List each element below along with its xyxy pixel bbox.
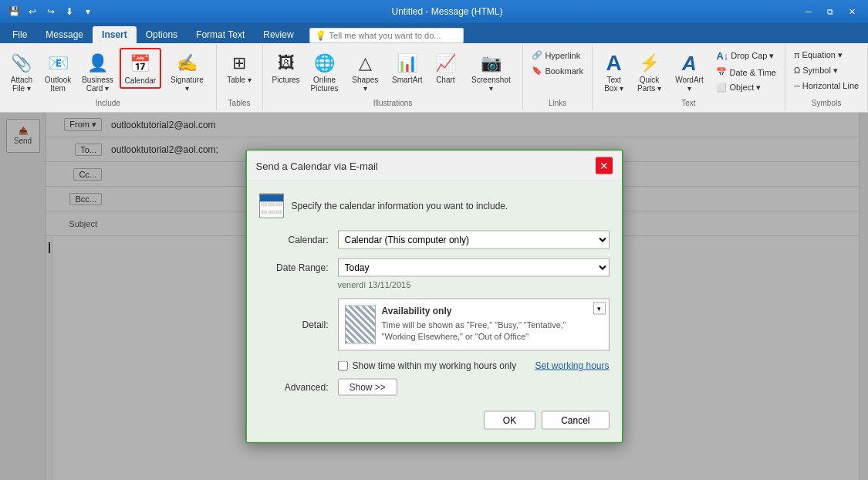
include-items: 📎 AttachFile ▾ 📧 OutlookItem 👤 BusinessC…: [5, 48, 211, 97]
symbols-label: Symbols: [812, 99, 841, 107]
restore-btn[interactable]: ⧉: [820, 4, 840, 19]
send-receive-qa-btn[interactable]: ⬇: [62, 4, 77, 19]
calendar-row: Calendar: Calendar (This computer only): [259, 231, 610, 249]
title-bar-left: 💾 ↩ ↪ ⬇ ▾: [6, 4, 96, 19]
screenshot-btn[interactable]: 📷 Screenshot ▾: [464, 48, 518, 96]
shapes-btn[interactable]: △ Shapes ▾: [345, 48, 387, 96]
dialog-header-text: Specify the calendar information you wan…: [292, 201, 508, 211]
calendar-select[interactable]: Calendar (This computer only): [338, 231, 610, 249]
wordart-btn[interactable]: A WordArt ▾: [667, 48, 711, 96]
tab-format-text[interactable]: Format Text: [187, 26, 254, 43]
hyperlink-label: Hyperlink: [545, 51, 580, 60]
advanced-label: Advanced:: [259, 382, 329, 393]
horizontal-line-label: ─ Horizontal Line: [794, 81, 859, 90]
dialog-footer: OK Cancel: [259, 408, 610, 430]
tell-me-box[interactable]: 💡: [309, 28, 464, 43]
date-time-label: Date & Time: [729, 68, 776, 77]
dialog-close-btn[interactable]: ✕: [596, 157, 613, 174]
dialog-ok-btn[interactable]: OK: [484, 411, 535, 430]
detail-text: Availability only Time will be shown as …: [382, 306, 566, 343]
tab-review[interactable]: Review: [254, 26, 302, 43]
screenshot-label: Screenshot ▾: [468, 76, 513, 93]
online-pictures-label: OnlinePictures: [310, 76, 338, 93]
tab-file[interactable]: File: [3, 26, 36, 43]
window-controls: ─ ⧉ ✕: [799, 4, 862, 19]
text-items: A TextBox ▾ ⚡ QuickParts ▾ A WordArt ▾ A…: [597, 48, 780, 97]
show-advanced-btn[interactable]: Show >>: [338, 379, 397, 396]
detail-box: Availability only Time will be shown as …: [338, 299, 610, 351]
signature-icon: ✍: [174, 51, 199, 76]
smartart-icon: 📊: [395, 51, 420, 76]
attach-file-icon: 📎: [9, 51, 34, 76]
detail-desc: Time will be shown as "Free," "Busy," "T…: [382, 319, 566, 343]
business-card-icon: 👤: [85, 51, 110, 76]
drop-cap-label: Drop Cap ▾: [731, 51, 774, 61]
show-time-label: Show time within my working hours only: [353, 360, 517, 371]
object-label: Object ▾: [729, 83, 761, 93]
text-label: Text: [681, 99, 695, 107]
equation-btn[interactable]: π Equation ▾: [790, 48, 863, 63]
table-label: Table ▾: [227, 76, 252, 84]
redo-qa-btn[interactable]: ↪: [43, 4, 59, 19]
online-pictures-btn[interactable]: 🌐 OnlinePictures: [306, 48, 343, 96]
tab-message[interactable]: Message: [36, 26, 93, 43]
table-btn[interactable]: ⊞ Table ▾: [222, 48, 256, 87]
lightbulb-icon: 💡: [315, 30, 326, 41]
dialog-title: Send a Calendar via E-mail: [256, 160, 378, 171]
smartart-btn[interactable]: 📊 SmartArt: [387, 48, 427, 87]
business-card-btn[interactable]: 👤 BusinessCard ▾: [77, 48, 117, 96]
minimize-btn[interactable]: ─: [799, 4, 819, 19]
drop-cap-icon: A↓: [716, 50, 728, 62]
chart-btn[interactable]: 📈 Chart: [428, 48, 462, 87]
include-label: Include: [96, 99, 120, 107]
advanced-row: Advanced: Show >>: [259, 379, 610, 396]
undo-qa-btn[interactable]: ↩: [25, 4, 40, 19]
qa-dropdown-btn[interactable]: ▾: [80, 4, 96, 19]
pictures-btn[interactable]: 🖼 Pictures: [268, 48, 305, 87]
tell-me-input[interactable]: [329, 31, 458, 40]
tab-insert[interactable]: Insert: [93, 26, 137, 43]
close-btn[interactable]: ✕: [842, 4, 862, 19]
shapes-label: Shapes ▾: [350, 76, 382, 93]
object-btn[interactable]: ⬜ Object ▾: [712, 80, 780, 95]
detail-title: Availability only: [382, 306, 566, 316]
bookmark-btn[interactable]: 🔖 Bookmark: [528, 63, 587, 78]
signature-btn[interactable]: ✍ Signature ▾: [163, 48, 211, 96]
hyperlink-icon: 🔗: [532, 50, 542, 60]
tables-items: ⊞ Table ▾: [222, 48, 256, 97]
set-working-hours-link[interactable]: Set working hours: [535, 360, 609, 371]
ribbon-group-include: 📎 AttachFile ▾ 📧 OutlookItem 👤 BusinessC…: [0, 45, 217, 110]
drop-cap-btn[interactable]: A↓ Drop Cap ▾: [712, 48, 780, 64]
quickparts-btn[interactable]: ⚡ QuickParts ▾: [633, 48, 667, 96]
show-time-row: Show time within my working hours only S…: [338, 360, 610, 371]
textbox-label: TextBox ▾: [604, 76, 623, 93]
table-icon: ⊞: [227, 51, 252, 76]
dialog-calendar-icon: [259, 194, 284, 218]
save-qa-btn[interactable]: 💾: [6, 4, 22, 19]
equation-label: π Equation ▾: [794, 50, 843, 60]
textbox-icon: A: [602, 51, 627, 76]
show-time-checkbox[interactable]: [338, 360, 348, 370]
outlook-item-btn[interactable]: 📧 OutlookItem: [40, 48, 76, 96]
links-items: 🔗 Hyperlink 🔖 Bookmark: [528, 48, 587, 97]
date-range-select[interactable]: Today Tomorrow This Week: [338, 259, 610, 277]
date-range-row: Date Range: Today Tomorrow This Week: [259, 259, 610, 277]
textbox-btn[interactable]: A TextBox ▾: [597, 48, 631, 96]
business-card-label: BusinessCard ▾: [82, 76, 113, 93]
tab-options[interactable]: Options: [137, 26, 187, 43]
dialog-body: Specify the calendar information you wan…: [247, 181, 622, 442]
hyperlink-btn[interactable]: 🔗 Hyperlink: [528, 48, 587, 63]
screenshot-icon: 📷: [478, 51, 503, 76]
detail-row: Detail: Availability only Time will be s…: [259, 299, 610, 351]
attach-file-btn[interactable]: 📎 AttachFile ▾: [5, 48, 39, 96]
detail-dropdown-btn[interactable]: ▾: [593, 303, 606, 315]
ribbon-group-text: A TextBox ▾ ⚡ QuickParts ▾ A WordArt ▾ A…: [593, 45, 785, 110]
dialog-cancel-btn[interactable]: Cancel: [542, 411, 609, 430]
pictures-label: Pictures: [272, 76, 299, 84]
date-time-btn[interactable]: 📅 Date & Time: [712, 65, 780, 79]
calendar-btn[interactable]: 📅 Calendar: [120, 48, 161, 89]
symbol-label: Ω Symbol ▾: [794, 66, 838, 76]
symbol-btn[interactable]: Ω Symbol ▾: [790, 63, 863, 78]
horizontal-line-btn[interactable]: ─ Horizontal Line: [790, 79, 863, 93]
shapes-icon: △: [353, 51, 377, 76]
